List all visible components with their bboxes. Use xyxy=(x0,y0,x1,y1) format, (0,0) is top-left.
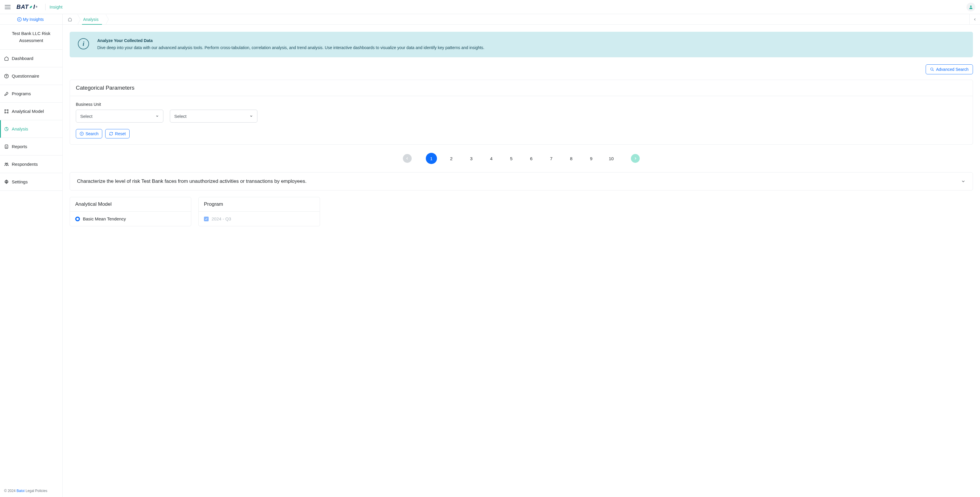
sidebar-item-label: Analysis xyxy=(12,126,28,131)
svg-point-6 xyxy=(5,112,6,113)
advanced-search-label: Advanced Search xyxy=(936,67,969,72)
gear-icon xyxy=(4,180,9,184)
users-icon xyxy=(4,162,9,167)
svg-point-11 xyxy=(7,163,8,164)
program-card: Program 2024 - Q3 xyxy=(198,197,320,226)
my-insights-label: My Insights xyxy=(23,17,44,22)
page-8[interactable]: 8 xyxy=(566,153,577,164)
sidebar-item-settings[interactable]: Settings xyxy=(0,173,62,191)
main-content: i Analyze Your Collected Data Dive deep … xyxy=(63,25,980,233)
chevron-left-icon xyxy=(406,157,409,160)
svg-point-10 xyxy=(5,163,6,164)
app-header: BATI® Insight xyxy=(0,0,980,14)
question-accordion[interactable]: Characterize the level of risk Test Bank… xyxy=(70,172,973,190)
sidebar-item-programs[interactable]: Programs xyxy=(0,85,62,103)
reset-button[interactable]: Reset xyxy=(105,129,130,139)
banner-title: Analyze Your Collected Data xyxy=(97,38,485,43)
sidebar: My Insights Test Bank LLC Risk Assessmen… xyxy=(0,14,63,497)
info-icon: i xyxy=(78,38,89,49)
select-value: Select xyxy=(80,114,92,119)
refresh-icon xyxy=(109,132,113,136)
card-title: Analytical Model xyxy=(70,197,191,212)
accordion-title: Characterize the level of risk Test Bank… xyxy=(77,178,307,184)
menu-toggle-icon[interactable] xyxy=(5,5,11,9)
svg-point-5 xyxy=(7,110,8,110)
page-2[interactable]: 2 xyxy=(446,153,457,164)
chevron-left-icon xyxy=(974,18,977,21)
search-button-label: Search xyxy=(86,131,99,136)
user-avatar[interactable] xyxy=(966,3,975,11)
user-icon xyxy=(969,5,973,10)
chevron-down-icon xyxy=(250,114,253,118)
logo[interactable]: BATI® xyxy=(16,3,38,10)
home-icon xyxy=(4,56,9,61)
banner-description: Dive deep into your data with our advanc… xyxy=(97,45,485,51)
nav: Dashboard Questionnaire Programs Analyti… xyxy=(0,50,62,485)
document-chart-icon xyxy=(4,144,9,149)
program-option[interactable]: 2024 - Q3 xyxy=(204,216,314,221)
sidebar-item-dashboard[interactable]: Dashboard xyxy=(0,50,62,67)
app-name: Insight xyxy=(50,5,63,10)
page-4[interactable]: 4 xyxy=(486,153,497,164)
logo-text: BATI® xyxy=(16,3,38,10)
secondary-select[interactable]: Select xyxy=(170,110,258,123)
checkbox-label: 2024 - Q3 xyxy=(212,216,231,221)
question-circle-icon xyxy=(4,74,9,78)
page-5[interactable]: 5 xyxy=(506,153,517,164)
my-insights-link[interactable]: My Insights xyxy=(0,14,62,25)
back-arrow-circle-icon xyxy=(17,17,22,22)
arrow-right-circle-icon xyxy=(80,132,84,136)
pagination: 1 2 3 4 5 6 7 8 9 10 xyxy=(70,153,973,164)
page-10[interactable]: 10 xyxy=(606,153,617,164)
breadcrumb: Analysis xyxy=(63,14,980,25)
analytical-model-option[interactable]: Basic Mean Tendency xyxy=(75,216,186,221)
home-icon xyxy=(68,18,72,21)
sidebar-item-questionnaire[interactable]: Questionnaire xyxy=(0,67,62,85)
checkbox-icon xyxy=(204,217,208,221)
page-9[interactable]: 9 xyxy=(585,153,597,164)
project-name: Test Bank LLC Risk Assessment xyxy=(0,25,62,50)
sidebar-item-respondents[interactable]: Respondents xyxy=(0,156,62,173)
business-unit-label: Business Unit xyxy=(76,102,967,107)
breadcrumb-collapse-button[interactable] xyxy=(969,14,980,25)
svg-point-4 xyxy=(5,110,6,110)
sidebar-item-label: Respondents xyxy=(12,162,38,167)
svg-point-0 xyxy=(970,5,972,7)
svg-point-12 xyxy=(6,182,7,183)
page-3[interactable]: 3 xyxy=(466,153,477,164)
sidebar-item-analytical-model[interactable]: Analytical Model xyxy=(0,103,62,120)
pagination-next[interactable] xyxy=(631,154,640,163)
page-7[interactable]: 7 xyxy=(546,153,557,164)
sidebar-item-label: Reports xyxy=(12,144,27,149)
info-banner: i Analyze Your Collected Data Dive deep … xyxy=(70,32,973,57)
business-unit-select[interactable]: Select xyxy=(76,110,163,123)
chevron-down-icon xyxy=(961,179,966,184)
breadcrumb-label: Analysis xyxy=(83,17,99,22)
advanced-search-button[interactable]: Advanced Search xyxy=(926,64,973,74)
svg-point-14 xyxy=(80,132,83,135)
search-icon xyxy=(930,67,934,72)
radio-icon xyxy=(75,217,80,221)
page-6[interactable]: 6 xyxy=(526,153,537,164)
page-1[interactable]: 1 xyxy=(426,153,437,164)
categorical-parameters-panel: Categorical Parameters Business Unit Sel… xyxy=(70,80,973,145)
search-button[interactable]: Search xyxy=(76,129,102,139)
svg-point-13 xyxy=(931,68,933,70)
sidebar-item-label: Questionnaire xyxy=(12,73,39,78)
pie-chart-icon xyxy=(4,127,9,131)
sidebar-item-analysis[interactable]: Analysis xyxy=(0,120,62,138)
pagination-prev[interactable] xyxy=(403,154,412,163)
sidebar-item-label: Programs xyxy=(12,91,31,96)
divider xyxy=(45,4,46,10)
sidebar-item-reports[interactable]: Reports xyxy=(0,138,62,156)
svg-point-3 xyxy=(6,77,7,77)
footer-brand-link[interactable]: Batoi xyxy=(16,489,24,493)
breadcrumb-home[interactable] xyxy=(63,14,77,24)
panel-title: Categorical Parameters xyxy=(70,80,973,96)
radio-label: Basic Mean Tendency xyxy=(83,216,126,221)
sidebar-item-label: Analytical Model xyxy=(12,109,44,114)
card-title: Program xyxy=(199,197,320,212)
sidebar-item-label: Settings xyxy=(12,179,28,184)
footer: © 2024 Batoi Legal Policies xyxy=(0,485,62,497)
breadcrumb-analysis[interactable]: Analysis xyxy=(77,14,105,24)
